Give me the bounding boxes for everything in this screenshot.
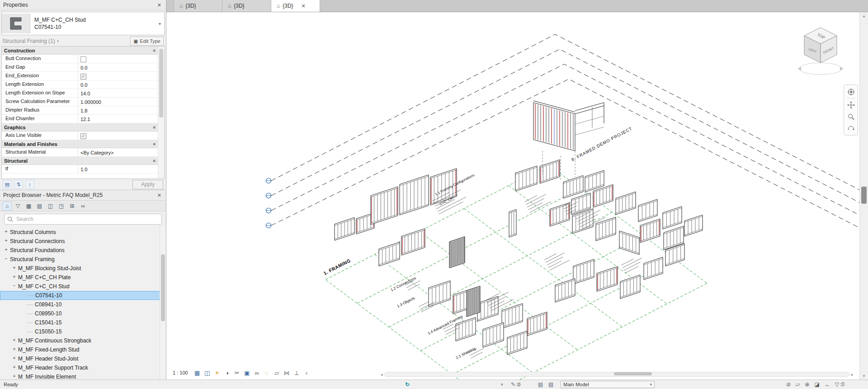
main-model-dropdown[interactable]: Main Model ▾ [561,381,655,388]
browser-search-box[interactable] [4,214,162,225]
browser-filter-icon[interactable]: ▽ [13,202,23,211]
select-links-icon[interactable]: ⊘ [786,381,791,388]
browser-expand-icon[interactable]: ⊞ [67,202,77,211]
sort-descending-icon[interactable]: ↕ [25,180,34,189]
tree-item-type[interactable]: C08941-10 [0,300,160,309]
edit-type-button[interactable]: ▣ Edit Type [130,37,164,46]
crop-region-icon[interactable]: ▣ [243,369,251,377]
drag-on-selection-icon[interactable]: ↔ [825,381,830,388]
tree-expand-icon[interactable]: + [12,364,17,370]
tree-item-category[interactable]: +M_MF Blocking Stud-Joist [0,264,160,273]
property-value[interactable]: 14.0 [78,89,158,97]
property-section-header[interactable]: Construction« [2,47,158,55]
scroll-right-icon[interactable]: ▸ [849,372,855,377]
filter-icon[interactable]: ▽ [835,381,839,388]
detail-level-icon[interactable]: ▦ [193,369,202,377]
viewcube[interactable]: TOP LEFT FRONT [791,22,850,83]
tree-item-type[interactable]: C08950-10 [0,309,160,318]
compass-east-arrow[interactable] [840,67,844,70]
visual-style-icon[interactable]: ◫ [203,369,212,377]
select-underlay-icon[interactable]: ▱ [796,381,800,388]
model-3d-view[interactable]: 8. FRAMED DEMO PROJECT1. FRAMING1.1 Fram… [166,12,859,380]
checkbox[interactable]: ✓ [80,133,86,139]
collapse-icon[interactable]: ‹ [302,369,311,377]
property-value[interactable] [78,55,158,63]
horizontal-scroll-thumb[interactable] [614,372,652,375]
tree-item-type[interactable]: C07541-10 [0,291,160,300]
property-section-header[interactable]: Materials and Finishes« [2,140,158,148]
properties-scrollbar[interactable] [158,47,164,178]
browser-sheets-icon[interactable]: ▤ [35,202,44,211]
browser-groups-icon[interactable]: ◳ [57,202,66,211]
tree-item-category[interactable]: +M_MF Header Stud-Joist [0,354,160,363]
sheet-icon[interactable]: ▤ [548,381,553,388]
checkbox[interactable] [80,56,86,62]
horizontal-scrollbar[interactable]: ◂ ▸ [379,371,855,377]
scroll-left-icon[interactable]: ◂ [379,372,384,377]
section-collapse-icon[interactable]: « [152,49,157,52]
property-value[interactable]: ✓ [78,72,158,80]
crop-view-icon[interactable]: ✂ [233,369,241,377]
properties-toggle-icon[interactable]: ▤ [3,180,12,189]
project-browser-close-icon[interactable]: ✕ [156,192,163,198]
tree-item-type[interactable]: C15041-15 [0,318,160,327]
compass-west-arrow[interactable] [797,67,801,70]
tree-item-category[interactable]: −M_MF C+C_CH Stud [0,282,160,291]
tree-item-category[interactable]: +Structural Columns [0,228,160,237]
tree-item-category[interactable]: +Structural Connections [0,237,160,246]
pan-icon[interactable] [845,99,856,110]
section-collapse-icon[interactable]: « [152,142,157,145]
select-by-face-icon[interactable]: ◪ [814,381,819,388]
viewcube-compass-ring[interactable] [799,63,842,75]
type-selector[interactable]: M_MF C+C_CH Stud C07541-10 ▾ [1,12,165,35]
browser-scrollbar[interactable] [160,226,166,380]
workset-caret-icon[interactable]: ▾ [501,382,503,387]
browser-links-icon[interactable]: ∞ [78,202,88,211]
zoom-icon[interactable] [845,111,856,122]
section-collapse-icon[interactable]: « [152,126,157,128]
tree-expand-icon[interactable]: + [4,238,9,243]
tree-expand-icon[interactable]: + [12,265,17,270]
tree-expand-icon[interactable]: + [12,355,17,361]
property-section-header[interactable]: Structural« [2,157,158,165]
tree-item-category[interactable]: +M_MF Continuous Strongback [0,336,160,345]
scroll-up-icon[interactable]: ▴ [860,12,868,19]
category-filter[interactable]: Structural Framing (1) [2,38,55,44]
orbit-icon[interactable] [845,123,856,134]
scroll-down-icon[interactable]: ▾ [860,372,868,380]
shadows-icon[interactable]: ◑ [223,369,231,377]
tree-expand-icon[interactable]: + [12,274,17,279]
property-value[interactable]: <By Category> [78,148,158,156]
tree-item-category[interactable]: −Structural Framing [0,255,160,264]
navigation-wheel-icon[interactable] [845,86,856,97]
property-value[interactable]: 1.0 [78,165,158,173]
analytical-model-icon[interactable]: ⋈ [283,369,291,377]
browser-schedules-icon[interactable]: ▦ [24,202,33,211]
property-value[interactable]: 1.8 [78,106,158,114]
search-input[interactable] [15,216,159,223]
section-collapse-icon[interactable]: « [152,159,157,162]
tree-item-type[interactable]: C15050-15 [0,327,160,336]
hide-isolate-icon[interactable]: ∞ [253,369,261,377]
tab-close-icon[interactable]: ✕ [302,3,306,9]
property-value[interactable]: 0.0 [78,63,158,71]
property-value[interactable]: ✓ [78,131,158,140]
collaborate-icon[interactable]: ↻ [405,381,410,388]
browser-scroll-thumb[interactable] [161,254,165,321]
vertical-scroll-thumb[interactable] [861,187,867,204]
properties-close-icon[interactable]: ✕ [156,2,163,8]
tree-item-category[interactable]: +M_MF Invisible Element [0,372,160,380]
view-tab[interactable]: ⌂{3D} [174,0,222,12]
property-value[interactable]: 0.0 [78,80,158,89]
constraints-icon[interactable]: ⊥ [292,369,301,377]
tree-expand-icon[interactable]: − [12,283,17,288]
temporary-view-icon[interactable]: ▱ [273,369,281,377]
sort-ascending-icon[interactable]: ⇅ [14,180,23,189]
select-pinned-icon[interactable]: ⊕ [805,381,809,388]
browser-families-icon[interactable]: ◫ [46,202,55,211]
design-options-icon[interactable]: ▤ [538,381,543,388]
browser-home-icon[interactable]: ⌂ [2,202,12,211]
tree-expand-icon[interactable]: + [12,346,17,352]
tree-item-category[interactable]: +M_MF Header Support Track [0,363,160,372]
drawing-area[interactable]: 8. FRAMED DEMO PROJECT1. FRAMING1.1 Fram… [166,12,859,380]
